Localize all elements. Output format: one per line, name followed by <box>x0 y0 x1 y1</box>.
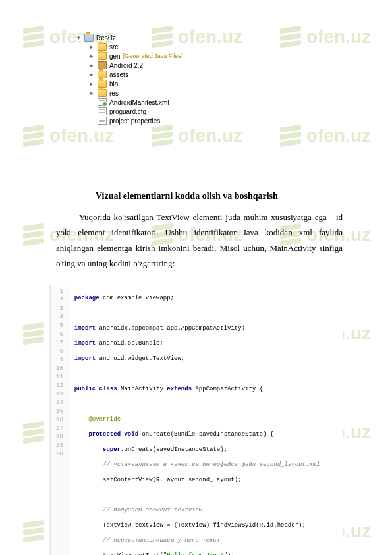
tree-item[interactable]: ▸ AndroidManifest.xml <box>76 98 343 107</box>
folder-icon <box>98 71 107 78</box>
tree-item[interactable]: ▸ gen [Generated Java Files] <box>76 51 343 61</box>
folder-icon <box>98 80 107 88</box>
expand-icon[interactable]: ▸ <box>89 44 95 50</box>
tree-item-suffix: [Generated Java Files] <box>123 53 183 59</box>
tree-item-label: assets <box>109 71 128 78</box>
expand-icon[interactable]: ▸ <box>89 81 95 87</box>
tree-root-label: ResUz <box>96 34 116 42</box>
library-icon <box>98 61 107 69</box>
tree-item[interactable]: ▸ proguard.cfg <box>76 107 343 116</box>
project-icon <box>84 34 94 42</box>
tree-item[interactable]: ▸ src <box>76 42 343 51</box>
folder-icon <box>98 43 107 51</box>
tree-item-label: proguard.cfg <box>109 108 146 115</box>
paragraph-1: Yuqorida ko'rsatilgan TextView elementi … <box>56 210 343 272</box>
tree-item[interactable]: ▸ assets <box>76 70 343 79</box>
tree-item-label: bin <box>109 80 118 88</box>
expand-icon[interactable]: ▸ <box>89 90 95 96</box>
file-icon <box>98 107 107 115</box>
tree-item-label: AndroidManifest.xml <box>109 99 169 106</box>
expand-icon[interactable]: ▸ <box>89 72 95 78</box>
folder-icon <box>98 89 107 97</box>
file-icon <box>98 117 107 125</box>
tree-item-label: res <box>109 90 119 97</box>
code-block: 1234567891011121314151617181920 package … <box>49 285 343 555</box>
tree-item-label: src <box>109 44 118 51</box>
expand-icon[interactable]: ▸ <box>89 53 95 59</box>
line-gutter: 1234567891011121314151617181920 <box>51 287 69 555</box>
section-heading: Vizual elementlarni kodda olish va boshq… <box>96 191 343 202</box>
tree-item-label: gen <box>109 53 121 60</box>
code-content: package com.example.viewapp; import andr… <box>69 287 320 555</box>
tree-item[interactable]: ▸ res <box>76 88 343 98</box>
tree-item-label: Android 2.2 <box>109 62 143 69</box>
tree-item[interactable]: ▸ bin <box>76 79 343 88</box>
tree-root[interactable]: ▾ ResUz <box>76 33 343 42</box>
tree-item[interactable]: ▸ project.properties <box>76 116 343 125</box>
tree-item-label: project.properties <box>109 117 160 125</box>
folder-icon <box>98 52 107 60</box>
collapse-icon[interactable]: ▾ <box>76 35 82 41</box>
tree-item[interactable]: ▸ Android 2.2 <box>76 61 343 70</box>
expand-icon[interactable]: ▸ <box>89 63 95 69</box>
project-tree: ▾ ResUz ▸ src ▸ gen [Generated Java File… <box>76 33 343 125</box>
manifest-file-icon <box>98 98 107 106</box>
